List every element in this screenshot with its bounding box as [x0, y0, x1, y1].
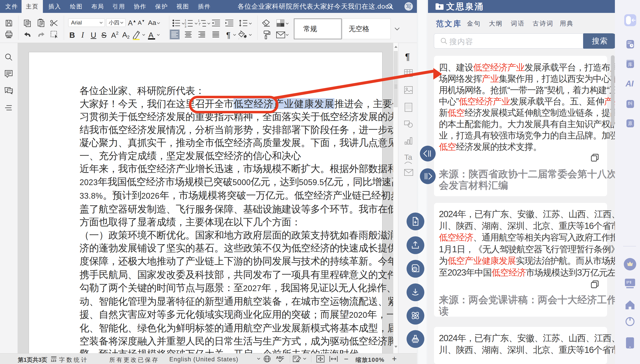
svg-text:3: 3 [185, 25, 186, 28]
svg-text:ABC: ABC [276, 356, 284, 360]
svg-text:2: 2 [185, 22, 186, 25]
svg-text:123: 123 [51, 359, 56, 362]
svg-text:1: 1 [185, 19, 186, 22]
svg-text:1: 1 [198, 19, 200, 22]
